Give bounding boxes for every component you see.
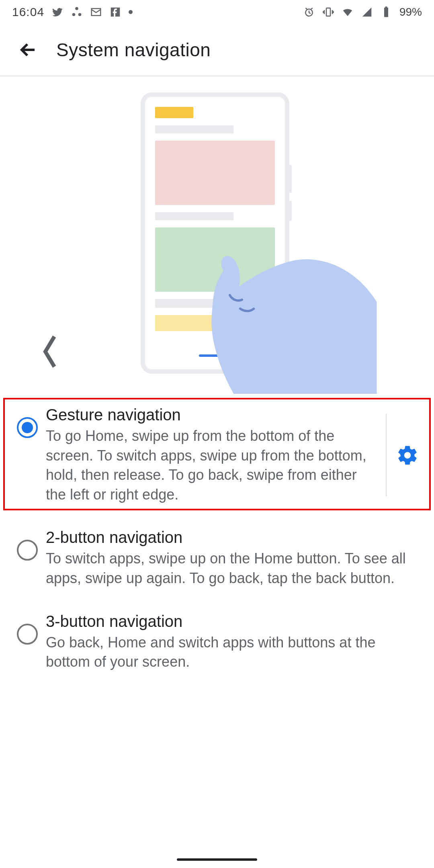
screen-block — [155, 212, 233, 220]
screen-block — [155, 141, 275, 205]
alarm-icon — [303, 6, 315, 18]
svg-point-2 — [78, 13, 82, 16]
option-text: 2-button navigation To switch apps, swip… — [46, 528, 422, 588]
system-gesture-bar[interactable] — [177, 858, 257, 861]
screen-block — [155, 107, 193, 118]
option-two-button-navigation[interactable]: 2-button navigation To switch apps, swip… — [0, 516, 434, 600]
mail-icon — [90, 6, 102, 18]
screen-block — [155, 125, 233, 133]
option-description: To switch apps, swipe up on the Home but… — [46, 549, 418, 588]
wifi-icon — [342, 6, 354, 18]
vibrate-icon — [322, 6, 334, 18]
radio-three-button-navigation[interactable] — [17, 624, 38, 645]
illustration-hand — [205, 225, 386, 394]
svg-rect-4 — [326, 8, 330, 16]
option-three-button-navigation[interactable]: 3-button navigation Go back, Home and sw… — [0, 600, 434, 684]
option-gesture-navigation[interactable]: Gesture navigation To go Home, swipe up … — [0, 394, 434, 516]
gesture-settings-button[interactable] — [393, 441, 422, 470]
option-description: Go back, Home and switch apps with butto… — [46, 633, 418, 672]
facebook-icon — [109, 6, 121, 18]
option-title: 3-button navigation — [46, 612, 418, 631]
battery-icon — [380, 6, 392, 18]
chevron-left-icon — [40, 334, 59, 371]
option-text: Gesture navigation To go Home, swipe up … — [46, 406, 383, 504]
svg-point-1 — [72, 13, 76, 16]
twitter-icon — [51, 6, 63, 18]
status-bar-left: 16:04 — [12, 5, 133, 19]
option-title: 2-button navigation — [46, 528, 418, 547]
phone-side-button — [289, 201, 292, 221]
radio-gesture-navigation[interactable] — [17, 417, 38, 438]
gear-icon — [396, 444, 419, 467]
option-divider — [386, 414, 387, 496]
navigation-illustration — [0, 76, 434, 394]
svg-point-0 — [75, 7, 78, 10]
phone-side-button — [289, 165, 292, 193]
share-dots-icon — [71, 6, 83, 18]
notification-dot-icon — [129, 10, 133, 14]
cellular-icon — [361, 6, 373, 18]
back-button[interactable] — [16, 38, 40, 62]
option-description: To go Home, swipe up from the bottom of … — [46, 426, 379, 504]
battery-percent: 99% — [399, 6, 422, 18]
status-time: 16:04 — [12, 5, 44, 19]
radio-two-button-navigation[interactable] — [17, 540, 38, 561]
status-bar: 16:04 99% — [0, 0, 434, 24]
option-title: Gesture navigation — [46, 406, 379, 424]
arrow-left-icon — [18, 40, 38, 59]
navigation-options-list: Gesture navigation To go Home, swipe up … — [0, 394, 434, 684]
app-bar: System navigation — [0, 24, 434, 76]
status-bar-right: 99% — [303, 6, 422, 18]
option-text: 3-button navigation Go back, Home and sw… — [46, 612, 422, 672]
page-title: System navigation — [56, 39, 211, 61]
hand-icon — [205, 225, 386, 394]
